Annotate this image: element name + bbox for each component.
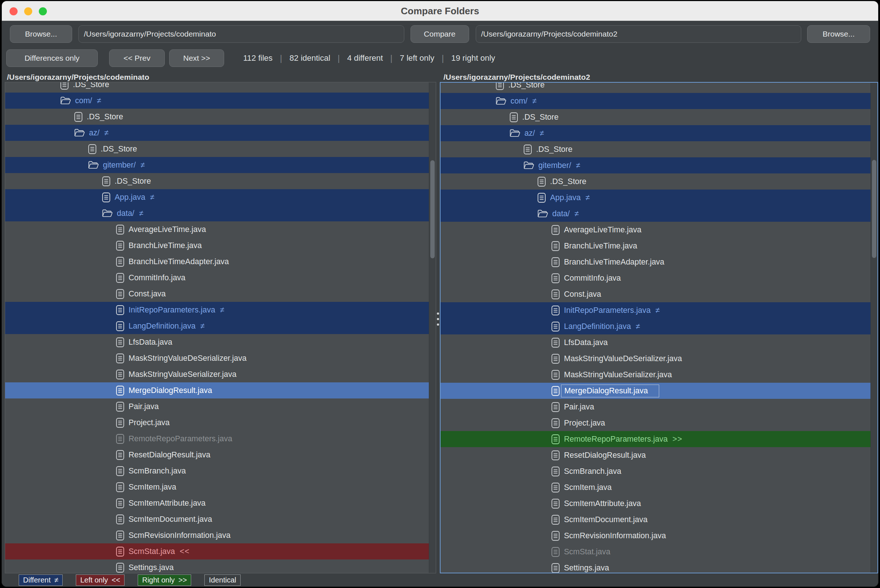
tree-row[interactable]: InitRepoParameters.java≠ <box>441 302 871 318</box>
file-icon <box>116 401 125 412</box>
tree-row[interactable]: az/≠ <box>5 125 429 141</box>
tree-row[interactable]: .DS_Store <box>5 82 429 93</box>
folder-icon <box>495 96 507 106</box>
next-button[interactable]: Next >> <box>169 50 224 67</box>
tree-row[interactable]: data/≠ <box>441 206 871 222</box>
tree-row[interactable]: .DS_Store <box>441 141 871 158</box>
entry-name: ScmItemAttribute.java <box>129 499 205 508</box>
file-icon <box>116 369 125 380</box>
tree-row[interactable]: CommitInfo.java <box>5 270 429 286</box>
close-button[interactable] <box>9 8 18 15</box>
tree-row[interactable]: Settings.java <box>441 560 871 573</box>
browse-right-button[interactable]: Browse... <box>807 25 870 43</box>
browse-left-button[interactable]: Browse... <box>10 25 72 43</box>
right-scrollbar-thumb[interactable] <box>872 160 876 258</box>
tree-row[interactable]: BranchLiveTime.java <box>441 238 871 254</box>
tree-row[interactable]: Const.java <box>5 286 429 302</box>
tree-row[interactable]: .DS_Store <box>5 173 429 189</box>
compare-button[interactable]: Compare <box>411 25 469 43</box>
tree-row[interactable]: BranchLiveTimeAdapter.java <box>5 254 429 270</box>
zoom-button[interactable] <box>39 8 47 15</box>
tree-row[interactable]: Pair.java <box>441 399 871 415</box>
legend-badge-different: Different≠ <box>19 574 63 586</box>
tree-row[interactable]: .DS_Store <box>441 109 871 125</box>
tree-row[interactable]: ScmItemDocument.java <box>5 511 429 527</box>
minimize-button[interactable] <box>24 8 32 15</box>
file-icon <box>116 417 125 428</box>
tree-row[interactable]: .DS_Store <box>441 173 871 189</box>
file-icon <box>509 112 518 123</box>
stats-separator: | <box>390 53 393 63</box>
tree-row[interactable]: MaskStringValueSerializer.java <box>5 366 429 382</box>
tree-row[interactable]: ScmStat.java <box>441 544 871 560</box>
tree-row[interactable]: ScmBranch.java <box>441 463 871 479</box>
tree-row[interactable]: AverageLiveTime.java <box>5 221 429 237</box>
tree-row[interactable]: ScmBranch.java <box>5 463 429 479</box>
legend-glyph: << <box>112 576 120 584</box>
left-scrollbar-thumb[interactable] <box>430 160 435 258</box>
tree-row[interactable]: com/≠ <box>5 93 429 109</box>
rename-editor[interactable]: MergeDialogResult.java <box>561 384 659 398</box>
tree-row[interactable]: Project.java <box>5 415 429 430</box>
tree-row[interactable]: .DS_Store <box>5 141 429 157</box>
tree-row[interactable]: CommitInfo.java <box>441 270 871 286</box>
tree-row[interactable]: .DS_Store <box>441 82 871 93</box>
tree-row[interactable]: MergeDialogResult.java <box>5 382 429 399</box>
left-path-input[interactable] <box>78 25 404 43</box>
tree-row[interactable]: App.java≠ <box>5 189 429 205</box>
file-icon <box>116 256 125 267</box>
panel-divider[interactable] <box>436 82 440 573</box>
entry-name: ScmItemDocument.java <box>564 515 647 524</box>
tree-row[interactable]: com/≠ <box>441 93 871 109</box>
tree-row[interactable]: Pair.java <box>5 399 429 415</box>
entry-name: BranchLiveTime.java <box>564 242 637 250</box>
tree-row[interactable]: RemoteRepoParameters.java>> <box>441 431 871 447</box>
tree-row[interactable]: MaskStringValueDeSerializer.java <box>5 350 429 366</box>
tree-row[interactable]: LfsData.java <box>441 334 871 351</box>
tree-row[interactable]: ScmItemAttribute.java <box>5 495 429 511</box>
differences-only-button[interactable]: Differences only <box>6 50 98 67</box>
tree-row[interactable]: AverageLiveTime.java <box>441 222 871 238</box>
tree-row[interactable]: Project.java <box>441 415 871 431</box>
tree-row[interactable]: ScmRevisionInformation.java <box>441 528 871 544</box>
tree-row[interactable]: ScmItemDocument.java <box>441 512 871 528</box>
divider-grip-icon[interactable] <box>437 312 439 326</box>
tree-row[interactable]: BranchLiveTimeAdapter.java <box>441 254 871 270</box>
tree-row[interactable]: ScmRevisionInformation.java <box>5 527 429 543</box>
tree-row[interactable]: ScmItemAttribute.java <box>441 495 871 512</box>
legend-label: Right only <box>142 576 174 584</box>
prev-button[interactable]: << Prev <box>109 50 165 67</box>
file-icon <box>551 531 560 541</box>
tree-row[interactable]: MergeDialogResult.java <box>441 383 871 399</box>
tree-row[interactable]: ScmStat.java<< <box>5 543 429 560</box>
tree-row[interactable]: data/≠ <box>5 205 429 221</box>
tree-row[interactable]: Settings.java <box>5 560 429 573</box>
tree-row[interactable]: LfsData.java <box>5 334 429 350</box>
tree-row[interactable]: gitember/≠ <box>441 158 871 173</box>
file-icon <box>551 257 560 267</box>
tree-row[interactable]: MaskStringValueDeSerializer.java <box>441 351 871 367</box>
tree-row[interactable]: ResetDialogResult.java <box>5 447 429 463</box>
tree-row[interactable]: LangDefinition.java≠ <box>5 318 429 334</box>
right-path-input[interactable] <box>476 25 802 43</box>
tree-row[interactable]: gitember/≠ <box>5 157 429 173</box>
status-glyph: ≠ <box>576 161 581 170</box>
file-icon <box>116 353 125 364</box>
tree-row[interactable]: ScmItem.java <box>441 479 871 495</box>
right-scrollbar-track[interactable] <box>871 83 877 573</box>
entry-name: gitember/ <box>539 161 571 170</box>
folder-icon <box>537 209 548 219</box>
tree-row[interactable]: App.java≠ <box>441 189 871 206</box>
tree-row[interactable]: .DS_Store <box>5 109 429 125</box>
tree-row[interactable]: RemoteRepoParameters.java <box>5 430 429 447</box>
tree-row[interactable]: MaskStringValueSerializer.java <box>441 367 871 383</box>
tree-row[interactable]: BranchLiveTime.java <box>5 237 429 254</box>
tree-row[interactable]: Const.java <box>441 286 871 302</box>
tree-row[interactable]: ScmItem.java <box>5 479 429 495</box>
tree-row[interactable]: az/≠ <box>441 125 871 141</box>
tree-row[interactable]: InitRepoParameters.java≠ <box>5 302 429 318</box>
left-scrollbar-track[interactable] <box>429 82 436 573</box>
status-glyph: ≠ <box>200 322 205 331</box>
tree-row[interactable]: LangDefinition.java≠ <box>441 318 871 334</box>
tree-row[interactable]: ResetDialogResult.java <box>441 447 871 463</box>
